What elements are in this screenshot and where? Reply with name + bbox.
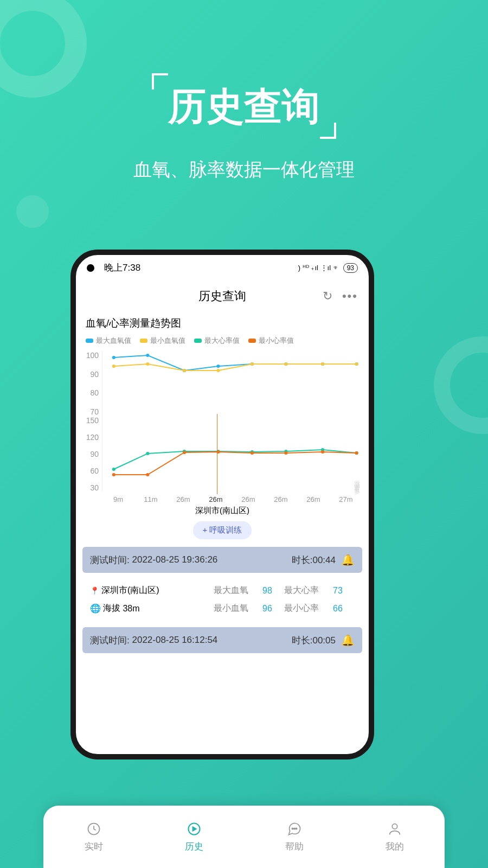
svg-point-30	[321, 450, 324, 454]
svg-point-3	[216, 365, 220, 368]
svg-point-36	[296, 828, 297, 829]
history-header[interactable]: 测试时间: 2022-08-25 16:12:54 时长:00:05 🔔	[82, 627, 362, 653]
history-icon	[187, 821, 202, 837]
svg-point-10	[183, 369, 186, 372]
x-axis: 9m 11m 26m 26m 26m 26m 26m 27m	[82, 495, 362, 503]
oxygen-chart[interactable]	[102, 351, 362, 416]
page-title: 历史查询	[198, 288, 246, 304]
background-decoration	[434, 336, 488, 434]
svg-point-0	[112, 356, 115, 359]
svg-point-1	[146, 354, 149, 357]
hero-subtitle: 血氧、脉率数据一体化管理	[0, 157, 488, 182]
chat-icon	[287, 821, 302, 837]
svg-point-9	[146, 362, 149, 366]
bell-icon: 🔔	[341, 553, 355, 566]
svg-point-26	[183, 451, 186, 454]
tab-bar: 实时 历史 帮助 我的	[43, 806, 445, 868]
tab-profile[interactable]: 我的	[344, 806, 445, 868]
svg-point-14	[321, 362, 324, 366]
heartrate-chart[interactable]	[102, 416, 362, 492]
history-detail: 📍 深圳市(南山区) 最大血氧 98 最大心率 73 🌐 海拔 38m 最小血氧…	[82, 576, 362, 623]
chart-location: 深圳市(南山区)	[82, 506, 362, 516]
share-icon[interactable]: ↻	[323, 289, 332, 303]
battery-icon: 93	[343, 263, 358, 273]
bell-icon: 🔔	[341, 634, 355, 647]
clock-icon	[86, 821, 101, 837]
hero-title: 历史查询	[168, 81, 320, 132]
tab-history[interactable]: 历史	[144, 806, 244, 868]
svg-point-13	[284, 362, 287, 366]
tab-help[interactable]: 帮助	[244, 806, 344, 868]
status-time: 晚上7:38	[94, 261, 298, 274]
phone-frame: 晚上7:38 ) ᴴᴰ ₊ıl ⋮ıl ᯤ 93 历史查询 ↻ ••• 血氧/心…	[70, 250, 374, 760]
svg-point-25	[146, 473, 149, 476]
hero-title-wrap: 历史查询	[0, 81, 488, 132]
altitude-icon: 🌐	[90, 603, 101, 614]
svg-point-27	[216, 450, 220, 454]
chart-title: 血氧/心率测量趋势图	[82, 314, 362, 336]
status-bar: 晚上7:38 ) ᴴᴰ ₊ıl ⋮ıl ᯤ 93	[76, 255, 369, 278]
svg-point-12	[251, 362, 254, 366]
svg-point-16	[112, 468, 115, 471]
breathing-training-button[interactable]: + 呼吸训练	[193, 521, 252, 539]
background-decoration	[16, 195, 49, 228]
svg-point-17	[146, 452, 149, 455]
svg-point-29	[284, 451, 287, 455]
svg-point-8	[112, 365, 115, 368]
svg-point-28	[251, 451, 254, 455]
chart-legend: 最大血氧值 最小血氧值 最大心率值 最小心率值	[82, 336, 362, 351]
svg-point-24	[112, 473, 115, 476]
app-header: 历史查询 ↻ •••	[76, 278, 369, 314]
svg-point-34	[292, 828, 293, 829]
chart-card: 血氧/心率测量趋势图 最大血氧值 最小血氧值 最大心率值 最小心率值 10090…	[76, 314, 369, 539]
svg-point-11	[216, 369, 220, 372]
camera-dot	[87, 264, 94, 272]
location-pin-icon: 📍	[90, 586, 99, 595]
tab-realtime[interactable]: 实时	[43, 806, 144, 868]
svg-point-31	[355, 451, 358, 455]
svg-point-35	[293, 828, 294, 829]
user-icon	[387, 821, 402, 837]
svg-point-37	[392, 824, 397, 829]
svg-point-15	[355, 362, 358, 366]
signal-icon: ) ᴴᴰ ₊ıl ⋮ıl ᯤ	[298, 264, 340, 272]
more-icon[interactable]: •••	[342, 289, 358, 303]
history-header[interactable]: 测试时间: 2022-08-25 19:36:26 时长:00:44 🔔	[82, 547, 362, 573]
status-icons: ) ᴴᴰ ₊ıl ⋮ıl ᯤ 93	[298, 263, 358, 273]
